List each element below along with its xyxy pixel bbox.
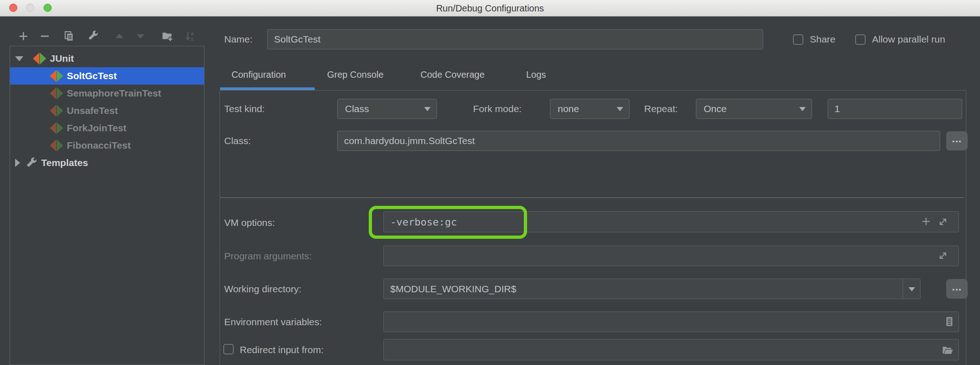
tree-item-soltgctest[interactable]: SoltGcTest [10, 67, 204, 85]
class-browse-button[interactable]: ... [946, 131, 968, 150]
junit-icon [33, 53, 46, 64]
titlebar: Run/Debug Configurations [0, 0, 980, 16]
environment-variables-label: Environment variables: [224, 311, 322, 332]
move-up-icon [113, 30, 125, 42]
working-directory-input[interactable]: $MODULE_WORKING_DIR$ [383, 279, 921, 299]
name-value: SoltGcTest [274, 34, 321, 45]
chevron-down-icon [424, 107, 431, 111]
junit-icon [50, 87, 63, 99]
repeat-count-input[interactable]: 1 [828, 99, 962, 119]
chevron-down-icon [909, 287, 915, 291]
copy-icon [62, 30, 74, 42]
fork-mode-dropdown[interactable]: none [550, 99, 630, 119]
remove-configuration-button[interactable] [38, 29, 52, 43]
tree-group-templates[interactable]: Templates [10, 154, 204, 172]
class-value: com.hardydou.jmm.SoltGcTest [344, 135, 475, 146]
tree-item-label[interactable]: SoltGcTest [67, 70, 117, 81]
new-folder-icon [161, 30, 173, 42]
junit-icon [50, 122, 63, 134]
repeat-value: Once [704, 103, 727, 114]
share-checkbox[interactable] [793, 34, 803, 45]
tab-configuration[interactable]: Configuration [232, 69, 286, 81]
templates-wrench-icon [26, 157, 38, 169]
junit-icon [50, 70, 63, 82]
test-kind-label: Test kind: [224, 99, 265, 119]
vm-options-add-button[interactable] [919, 214, 933, 229]
tree-item-label[interactable]: ForkJoinTest [67, 123, 126, 134]
chevron-right-icon[interactable] [15, 159, 20, 167]
sort-alphabetically-icon: a z [184, 30, 196, 42]
environment-variables-input[interactable] [383, 311, 959, 332]
test-kind-dropdown[interactable]: Class [337, 99, 437, 119]
class-input[interactable]: com.hardydou.jmm.SoltGcTest [337, 131, 940, 151]
tree-group-label[interactable]: Templates [41, 157, 88, 168]
tree-item-forkjointest[interactable]: ForkJoinTest [10, 119, 204, 137]
tree-group-label[interactable]: JUnit [50, 53, 74, 64]
name-input[interactable]: SoltGcTest [267, 29, 763, 49]
tree-item-fibonaccitest[interactable]: FibonacciTest [10, 137, 204, 154]
tree-item-label[interactable]: FibonacciTest [67, 140, 131, 151]
add-icon [17, 30, 29, 42]
name-label: Name: [224, 29, 253, 49]
edit-defaults-wrench-icon [87, 30, 99, 42]
edit-defaults-button[interactable] [86, 29, 100, 43]
vm-options-value: -verbose:gc [390, 216, 457, 228]
tree-item-label[interactable]: SemaphoreTrainTest [67, 88, 161, 99]
open-folder-icon [941, 344, 954, 356]
chevron-down-icon [617, 107, 623, 111]
expand-icon [937, 216, 948, 227]
configurations-tree: JUnit SoltGcTest SemaphoreTrainTest Unsa… [10, 46, 205, 365]
svg-text:z: z [191, 36, 194, 42]
window-title: Run/Debug Configurations [0, 0, 980, 16]
share-label[interactable]: Share [810, 29, 835, 49]
tree-item-unsafetest[interactable]: UnsafeTest [10, 102, 204, 119]
variables-list-icon [943, 316, 955, 327]
class-label: Class: [224, 131, 251, 151]
tree-group-junit[interactable]: JUnit [10, 50, 204, 67]
allow-parallel-run-label[interactable]: Allow parallel run [872, 29, 945, 49]
section-separator [220, 197, 964, 198]
tree-item-label[interactable]: UnsafeTest [67, 105, 118, 116]
tab-logs[interactable]: Logs [526, 69, 546, 81]
program-arguments-input[interactable] [383, 246, 959, 266]
chevron-down-icon[interactable] [15, 56, 23, 61]
add-configuration-button[interactable] [16, 29, 30, 43]
move-down-button[interactable] [134, 29, 147, 43]
move-down-icon [135, 30, 146, 42]
junit-icon [50, 105, 63, 117]
chevron-down-icon [799, 107, 806, 111]
working-directory-dropdown-button[interactable] [903, 279, 920, 299]
vm-options-expand-button[interactable] [937, 216, 949, 228]
remove-icon [39, 30, 51, 42]
sort-configurations-button[interactable]: a z [183, 29, 197, 43]
copy-configuration-button[interactable] [61, 29, 75, 43]
tab-grep-console[interactable]: Grep Console [327, 69, 383, 81]
tree-item-semaphoretraintest[interactable]: SemaphoreTrainTest [10, 85, 204, 102]
expand-icon [937, 250, 948, 261]
allow-parallel-run-checkbox[interactable] [855, 34, 866, 45]
working-directory-label: Working directory: [224, 279, 302, 299]
redirect-input-checkbox[interactable] [223, 344, 234, 354]
redirect-input-label: Redirect input from: [240, 339, 323, 360]
test-kind-value: Class [345, 103, 369, 114]
repeat-dropdown[interactable]: Once [696, 99, 812, 119]
fork-mode-value: none [558, 103, 579, 114]
fork-mode-label: Fork mode: [473, 99, 522, 119]
redirect-input-browse-button[interactable] [941, 343, 954, 357]
new-folder-button[interactable] [160, 29, 174, 43]
repeat-label: Repeat: [644, 99, 678, 119]
working-directory-value: $MODULE_WORKING_DIR$ [390, 284, 516, 295]
vm-options-label: VM options: [224, 213, 275, 233]
move-up-button[interactable] [113, 29, 126, 43]
tab-code-coverage[interactable]: Code Coverage [420, 69, 485, 81]
program-arguments-label: Program arguments: [224, 246, 312, 266]
redirect-input-input[interactable] [383, 339, 959, 360]
junit-icon [50, 140, 63, 151]
vm-options-input[interactable]: -verbose:gc [383, 211, 959, 232]
environment-variables-edit-button[interactable] [942, 315, 956, 328]
program-arguments-expand-button[interactable] [937, 250, 949, 262]
svg-text:a: a [191, 31, 194, 36]
repeat-count-value: 1 [835, 103, 840, 114]
plus-icon [921, 216, 932, 227]
working-directory-browse-button[interactable]: ... [946, 279, 968, 299]
